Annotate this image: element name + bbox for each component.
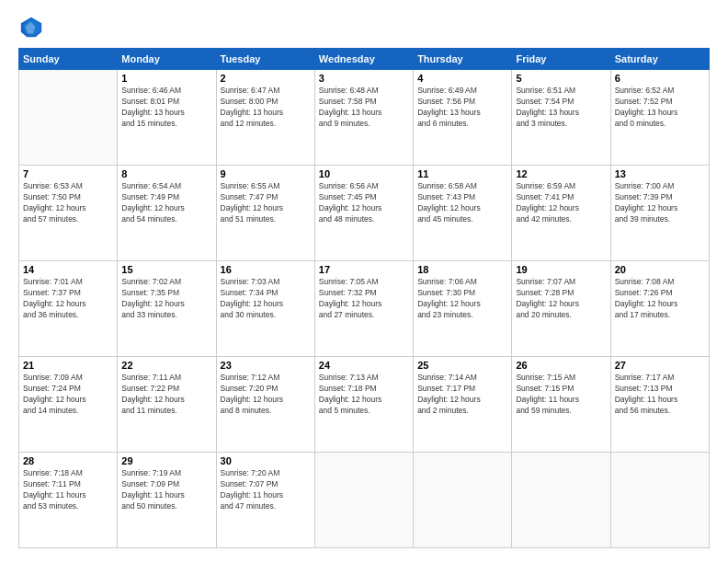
day-number: 23 [221, 360, 311, 371]
day-number: 25 [417, 360, 507, 371]
calendar-cell: 24Sunrise: 7:13 AMSunset: 7:18 PMDayligh… [314, 357, 413, 453]
day-info: Sunrise: 7:05 AMSunset: 7:32 PMDaylight:… [319, 277, 409, 321]
day-info: Sunrise: 7:09 AMSunset: 7:24 PMDaylight:… [23, 373, 113, 417]
calendar-cell: 21Sunrise: 7:09 AMSunset: 7:24 PMDayligh… [19, 357, 118, 453]
calendar-cell [19, 70, 118, 166]
day-number: 1 [121, 73, 211, 84]
weekday-header: Saturday [610, 49, 709, 70]
day-info: Sunrise: 6:48 AMSunset: 7:58 PMDaylight:… [319, 86, 409, 130]
day-number: 4 [417, 73, 507, 84]
day-number: 28 [23, 455, 113, 466]
day-info: Sunrise: 7:00 AMSunset: 7:39 PMDaylight:… [615, 181, 705, 225]
calendar-cell: 28Sunrise: 7:18 AMSunset: 7:11 PMDayligh… [19, 453, 118, 548]
calendar-cell: 26Sunrise: 7:15 AMSunset: 7:15 PMDayligh… [512, 357, 610, 453]
calendar-cell: 6Sunrise: 6:52 AMSunset: 7:52 PMDaylight… [610, 70, 709, 166]
day-number: 13 [615, 168, 705, 179]
calendar-cell [414, 453, 512, 548]
day-info: Sunrise: 7:14 AMSunset: 7:17 PMDaylight:… [417, 373, 507, 417]
day-info: Sunrise: 7:03 AMSunset: 7:34 PMDaylight:… [221, 277, 311, 321]
day-number: 9 [221, 168, 311, 179]
day-number: 19 [516, 264, 606, 275]
calendar-cell [512, 453, 610, 548]
day-number: 11 [417, 168, 507, 179]
day-info: Sunrise: 7:01 AMSunset: 7:37 PMDaylight:… [23, 277, 113, 321]
day-info: Sunrise: 7:06 AMSunset: 7:30 PMDaylight:… [417, 277, 507, 321]
day-info: Sunrise: 6:58 AMSunset: 7:43 PMDaylight:… [417, 181, 507, 225]
calendar-cell: 3Sunrise: 6:48 AMSunset: 7:58 PMDaylight… [314, 70, 413, 166]
day-info: Sunrise: 6:46 AMSunset: 8:01 PMDaylight:… [121, 86, 211, 130]
header [18, 15, 710, 40]
calendar-cell: 29Sunrise: 7:19 AMSunset: 7:09 PMDayligh… [118, 453, 216, 548]
day-info: Sunrise: 6:59 AMSunset: 7:41 PMDaylight:… [516, 181, 606, 225]
calendar-cell: 1Sunrise: 6:46 AMSunset: 8:01 PMDaylight… [118, 70, 216, 166]
day-number: 7 [23, 168, 113, 179]
calendar-cell: 12Sunrise: 6:59 AMSunset: 7:41 PMDayligh… [512, 166, 610, 261]
day-info: Sunrise: 7:20 AMSunset: 7:07 PMDaylight:… [221, 468, 311, 512]
day-number: 18 [417, 264, 507, 275]
day-info: Sunrise: 6:47 AMSunset: 8:00 PMDaylight:… [221, 86, 311, 130]
day-info: Sunrise: 6:51 AMSunset: 7:54 PMDaylight:… [516, 86, 606, 130]
calendar-cell [314, 453, 413, 548]
calendar-cell: 15Sunrise: 7:02 AMSunset: 7:35 PMDayligh… [118, 261, 216, 357]
day-number: 27 [615, 360, 705, 371]
weekday-header: Sunday [19, 49, 118, 70]
calendar-cell: 17Sunrise: 7:05 AMSunset: 7:32 PMDayligh… [314, 261, 413, 357]
logo-icon [18, 15, 44, 40]
weekday-header: Monday [118, 49, 216, 70]
day-number: 21 [23, 360, 113, 371]
calendar-week-row: 1Sunrise: 6:46 AMSunset: 8:01 PMDaylight… [19, 70, 710, 166]
calendar-cell: 23Sunrise: 7:12 AMSunset: 7:20 PMDayligh… [216, 357, 314, 453]
day-number: 29 [121, 455, 211, 466]
day-info: Sunrise: 7:18 AMSunset: 7:11 PMDaylight:… [23, 468, 113, 512]
calendar-cell: 27Sunrise: 7:17 AMSunset: 7:13 PMDayligh… [610, 357, 709, 453]
calendar-week-row: 7Sunrise: 6:53 AMSunset: 7:50 PMDaylight… [19, 166, 710, 261]
calendar-week-row: 14Sunrise: 7:01 AMSunset: 7:37 PMDayligh… [19, 261, 710, 357]
calendar-cell: 18Sunrise: 7:06 AMSunset: 7:30 PMDayligh… [414, 261, 512, 357]
calendar-week-row: 21Sunrise: 7:09 AMSunset: 7:24 PMDayligh… [19, 357, 710, 453]
day-number: 24 [319, 360, 409, 371]
day-info: Sunrise: 7:19 AMSunset: 7:09 PMDaylight:… [121, 468, 211, 512]
calendar-cell: 5Sunrise: 6:51 AMSunset: 7:54 PMDaylight… [512, 70, 610, 166]
calendar-cell: 2Sunrise: 6:47 AMSunset: 8:00 PMDaylight… [216, 70, 314, 166]
calendar-cell: 19Sunrise: 7:07 AMSunset: 7:28 PMDayligh… [512, 261, 610, 357]
calendar-cell: 20Sunrise: 7:08 AMSunset: 7:26 PMDayligh… [610, 261, 709, 357]
weekday-header: Tuesday [216, 49, 314, 70]
calendar-cell: 7Sunrise: 6:53 AMSunset: 7:50 PMDaylight… [19, 166, 118, 261]
day-number: 15 [121, 264, 211, 275]
weekday-row: SundayMondayTuesdayWednesdayThursdayFrid… [19, 49, 710, 70]
day-number: 30 [221, 455, 311, 466]
calendar-cell [610, 453, 709, 548]
day-number: 14 [23, 264, 113, 275]
day-info: Sunrise: 7:17 AMSunset: 7:13 PMDaylight:… [615, 373, 705, 417]
calendar-cell: 13Sunrise: 7:00 AMSunset: 7:39 PMDayligh… [610, 166, 709, 261]
calendar-cell: 22Sunrise: 7:11 AMSunset: 7:22 PMDayligh… [118, 357, 216, 453]
day-info: Sunrise: 6:53 AMSunset: 7:50 PMDaylight:… [23, 181, 113, 225]
day-number: 8 [121, 168, 211, 179]
day-info: Sunrise: 6:56 AMSunset: 7:45 PMDaylight:… [319, 181, 409, 225]
calendar-body: 1Sunrise: 6:46 AMSunset: 8:01 PMDaylight… [19, 70, 710, 548]
day-info: Sunrise: 7:15 AMSunset: 7:15 PMDaylight:… [516, 373, 606, 417]
calendar-cell: 30Sunrise: 7:20 AMSunset: 7:07 PMDayligh… [216, 453, 314, 548]
day-info: Sunrise: 6:54 AMSunset: 7:49 PMDaylight:… [121, 181, 211, 225]
calendar: SundayMondayTuesdayWednesdayThursdayFrid… [18, 48, 710, 548]
calendar-week-row: 28Sunrise: 7:18 AMSunset: 7:11 PMDayligh… [19, 453, 710, 548]
day-number: 2 [221, 73, 311, 84]
day-info: Sunrise: 6:52 AMSunset: 7:52 PMDaylight:… [615, 86, 705, 130]
day-info: Sunrise: 7:07 AMSunset: 7:28 PMDaylight:… [516, 277, 606, 321]
calendar-cell: 4Sunrise: 6:49 AMSunset: 7:56 PMDaylight… [414, 70, 512, 166]
day-number: 6 [615, 73, 705, 84]
weekday-header: Wednesday [314, 49, 413, 70]
day-number: 3 [319, 73, 409, 84]
day-info: Sunrise: 6:49 AMSunset: 7:56 PMDaylight:… [417, 86, 507, 130]
day-info: Sunrise: 7:08 AMSunset: 7:26 PMDaylight:… [615, 277, 705, 321]
calendar-cell: 14Sunrise: 7:01 AMSunset: 7:37 PMDayligh… [19, 261, 118, 357]
day-number: 5 [516, 73, 606, 84]
day-number: 22 [121, 360, 211, 371]
calendar-cell: 25Sunrise: 7:14 AMSunset: 7:17 PMDayligh… [414, 357, 512, 453]
calendar-header: SundayMondayTuesdayWednesdayThursdayFrid… [19, 49, 710, 70]
day-info: Sunrise: 7:12 AMSunset: 7:20 PMDaylight:… [221, 373, 311, 417]
day-number: 12 [516, 168, 606, 179]
calendar-cell: 8Sunrise: 6:54 AMSunset: 7:49 PMDaylight… [118, 166, 216, 261]
day-number: 16 [221, 264, 311, 275]
calendar-cell: 10Sunrise: 6:56 AMSunset: 7:45 PMDayligh… [314, 166, 413, 261]
